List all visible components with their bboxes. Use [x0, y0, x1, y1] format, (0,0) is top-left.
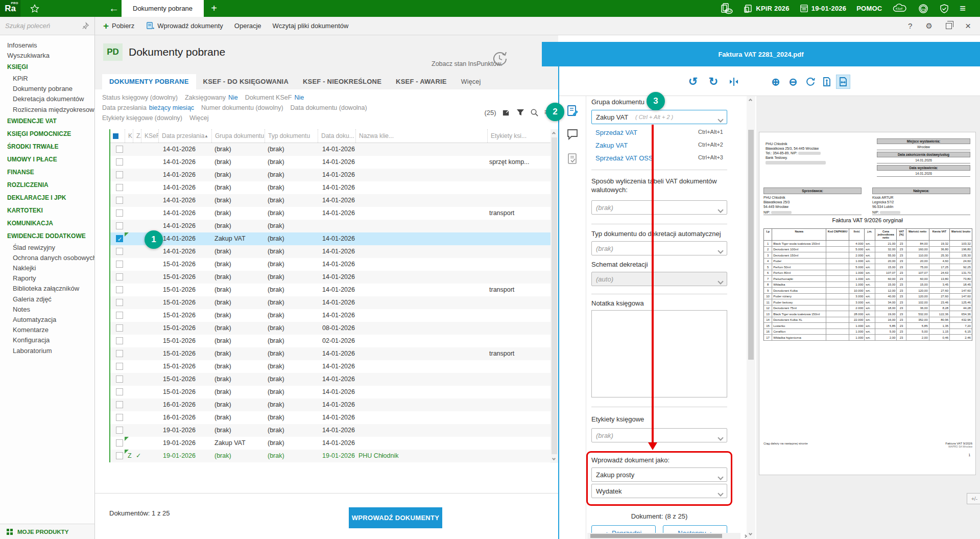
sposob-vat-select[interactable]: (brak) — [591, 200, 727, 215]
table-row[interactable]: 16-01-2026 (brak) (brak) 14-01-2026 — [110, 411, 551, 424]
row-checkbox[interactable] — [116, 324, 123, 332]
grupa-dokumentu-select[interactable]: Zakup VAT( Ctrl + Alt + 2 ) — [591, 110, 727, 124]
sidebar-item[interactable]: ROZLICZENIA — [0, 178, 94, 191]
row-checkbox[interactable] — [116, 273, 123, 280]
rotate-right-icon[interactable]: ↻ — [706, 75, 721, 89]
window-restore-icon[interactable] — [946, 23, 952, 29]
etykiety-select[interactable]: (brak) — [591, 428, 727, 442]
table-row[interactable]: 14-01-2026 (brak) (brak) — [110, 220, 551, 232]
row-checkbox[interactable] — [116, 222, 123, 229]
search-icon[interactable] — [530, 108, 539, 117]
list-tab[interactable]: KSEF - NIEOKREŚLONE — [296, 74, 389, 89]
split-view-icon[interactable] — [727, 75, 741, 89]
back-arrow-icon[interactable]: ← — [106, 3, 122, 14]
notatka-textarea[interactable] — [591, 310, 727, 397]
row-checkbox[interactable] — [116, 299, 123, 306]
refresh-view-icon[interactable] — [803, 75, 818, 89]
zoom-plusminus-control[interactable]: +/- — [967, 493, 980, 504]
command-search[interactable]: Szukaj poleceń — [0, 17, 95, 35]
scroll-down-icon[interactable] — [552, 457, 556, 460]
main-menu-icon[interactable]: ≡ — [960, 3, 966, 14]
scroll-up-icon[interactable] — [552, 132, 556, 135]
filter-token[interactable]: Więcej — [189, 114, 209, 122]
scroll-up-icon[interactable] — [749, 99, 752, 102]
table-row[interactable]: 14-01-2026 (brak) (brak) 14-01-2026 — [110, 169, 551, 181]
table-row[interactable]: 15-01-2026 (brak) (brak) 14-01-2026 — [110, 360, 551, 373]
table-row[interactable]: 14-01-2026 (brak) (brak) 14-01-2026 — [110, 245, 551, 258]
sidebar-item[interactable]: Automatyzacja — [0, 314, 94, 324]
table-vertical-scrollbar[interactable] — [551, 129, 558, 463]
shield-check-icon[interactable] — [939, 4, 949, 14]
ins-account-icon[interactable]: Ins — [918, 3, 929, 14]
favorites-star-icon[interactable] — [30, 4, 40, 14]
row-checkbox[interactable] — [116, 171, 123, 178]
scroll-down-icon[interactable] — [749, 532, 752, 535]
download-button[interactable]: + Pobierz — [103, 21, 134, 31]
sidebar-item[interactable]: KOMUNIKACJA — [0, 217, 94, 229]
list-tab[interactable]: Więcej — [454, 74, 488, 89]
fit-height-icon[interactable] — [820, 75, 834, 89]
table-row[interactable]: 15-01-2026 (brak) (brak) 14-01-2026 — [110, 271, 551, 284]
table-row[interactable]: 15-01-2026 (brak) (brak) 14-01-2026 — [110, 373, 551, 386]
table-row[interactable]: 14-01-2026 Zakup VAT (brak) 14-01-2026 — [110, 232, 551, 245]
help-button[interactable]: ? — [908, 21, 912, 30]
table-row[interactable]: 16-01-2026 (brak) (brak) 14-01-2026 — [110, 399, 551, 411]
sidebar-item[interactable]: Wyszukiwarka — [0, 50, 94, 60]
sidebar-item[interactable]: Galeria zdjęć — [0, 294, 94, 304]
schemat-dekretacji-select[interactable]: (auto) — [591, 272, 727, 286]
list-tab[interactable]: KSEF - AWARIE — [389, 74, 454, 89]
row-checkbox[interactable] — [116, 452, 123, 459]
new-tab-icon[interactable]: + — [204, 3, 224, 14]
form-vertical-scrollbar[interactable] — [747, 96, 755, 539]
row-checkbox[interactable] — [116, 158, 123, 166]
sidebar-item[interactable]: Ochrona danych osobowych — [0, 252, 94, 263]
period-selector[interactable]: 1 KPiR 2026 — [744, 4, 789, 13]
filter-token[interactable]: Zaksięgowany — [185, 94, 226, 101]
table-row[interactable]: 14-01-2026 (brak) (brak) 14-01-2026 sprz… — [110, 156, 551, 169]
sidebar-item[interactable]: Dekretacja dokumentów — [0, 94, 94, 104]
sidebar-item[interactable]: EWIDENCJE VAT — [0, 114, 94, 127]
table-row[interactable]: 19-01-2026 (brak) (brak) 14-01-2026 — [110, 424, 551, 437]
row-checkbox[interactable] — [116, 312, 123, 319]
list-tab[interactable]: DOKUMENTY POBRANE — [102, 74, 196, 89]
filter-token[interactable]: Dokument KSeF — [245, 94, 292, 101]
table-header[interactable]: K Z.. KSeF Data przesłania▲ Grupa dokume… — [110, 129, 551, 143]
sidebar-item[interactable]: Biblioteka załączników — [0, 284, 94, 294]
window-close-icon[interactable]: × — [965, 20, 971, 32]
row-checkbox[interactable] — [116, 414, 123, 421]
filter-token[interactable]: Nie — [228, 94, 238, 101]
comments-icon[interactable] — [566, 128, 580, 142]
row-checkbox[interactable] — [116, 261, 123, 268]
row-checkbox[interactable] — [116, 184, 123, 191]
table-row[interactable]: 15-01-2026 (brak) (brak) 14-01-2026 — [110, 386, 551, 399]
table-row[interactable]: 15-01-2026 (brak) (brak) 14-01-2026 tran… — [110, 284, 551, 296]
row-checkbox[interactable] — [116, 146, 123, 153]
sidebar-item[interactable]: Konfiguracja — [0, 335, 94, 345]
zoom-in-icon[interactable]: ⊕ — [769, 75, 783, 89]
operations-menu[interactable]: Operacje — [234, 22, 261, 30]
row-checkbox[interactable] — [116, 209, 123, 217]
sidebar-item[interactable]: Rozliczenia międzyokresowe — [0, 104, 94, 114]
table-row[interactable]: Z ✓ 19-01-2026 (brak) (brak) 19-01-2026 … — [110, 450, 551, 462]
table-row[interactable]: 14-01-2026 (brak) (brak) 14-01-2026 — [110, 181, 551, 194]
pin-icon[interactable] — [82, 22, 89, 30]
ksef-document-icon[interactable]: KSeF — [720, 3, 733, 15]
sidebar-item[interactable]: EWIDENCJE DODATKOWE — [0, 229, 94, 242]
filter-funnel-icon[interactable] — [516, 108, 524, 116]
shortcut-link-row[interactable]: Sprzedaż VATCtrl+Alt+1 — [595, 129, 723, 136]
zoom-out-icon[interactable]: ⊖ — [786, 75, 800, 89]
rotate-left-icon[interactable]: ↺ — [686, 75, 700, 89]
row-checkbox[interactable] — [116, 376, 123, 383]
window-tab-active[interactable]: Dokumenty pobrane — [122, 0, 204, 17]
table-row[interactable]: 15-01-2026 (brak) (brak) 08-01-2026 — [110, 322, 551, 335]
enter-documents-main-button[interactable]: WPROWADŹ DOKUMENTY — [349, 507, 442, 528]
settings-gear-icon[interactable]: ⚙ — [925, 21, 932, 31]
table-row[interactable]: 15-01-2026 (brak) (brak) 14-01-2026 — [110, 296, 551, 309]
shortcut-link-row[interactable]: Zakup VATCtrl+Alt+2 — [595, 142, 723, 149]
row-checkbox[interactable] — [116, 197, 123, 204]
table-row[interactable]: 14-01-2026 (brak) (brak) 14-01-2026 — [110, 194, 551, 207]
list-tab[interactable]: KSEF - DO KSIĘGOWANIA — [196, 74, 296, 89]
table-row[interactable]: 19-01-2026 Zakup VAT (brak) 14-01-2026 — [110, 437, 551, 450]
row-checkbox[interactable] — [116, 350, 123, 357]
filter-token[interactable]: Nie — [294, 94, 304, 101]
